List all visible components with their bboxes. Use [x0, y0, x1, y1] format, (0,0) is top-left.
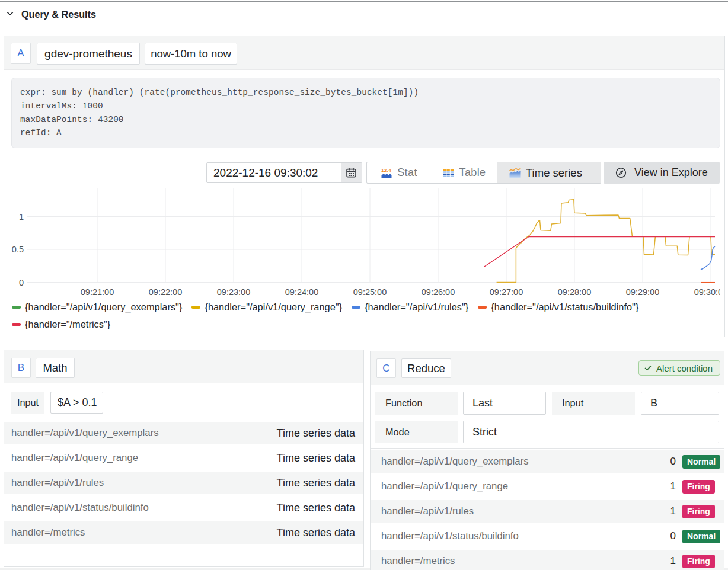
- svg-text:09:24:00: 09:24:00: [285, 287, 318, 297]
- svg-text:09:30:00: 09:30:00: [694, 287, 720, 297]
- svg-text:0: 0: [19, 278, 24, 287]
- svg-text:09:21:00: 09:21:00: [81, 287, 114, 297]
- svg-text:0.5: 0.5: [12, 245, 24, 254]
- svg-text:12.4: 12.4: [381, 168, 391, 173]
- svg-text:09:29:00: 09:29:00: [626, 287, 659, 297]
- svg-text:09:28:00: 09:28:00: [558, 287, 591, 297]
- svg-text:09:25:00: 09:25:00: [353, 287, 387, 297]
- svg-text:09:26:00: 09:26:00: [422, 287, 455, 297]
- svg-text:09:23:00: 09:23:00: [217, 287, 250, 297]
- svg-text:09:22:00: 09:22:00: [149, 287, 182, 297]
- svg-text:1: 1: [19, 212, 24, 222]
- svg-text:09:27:00: 09:27:00: [490, 287, 523, 297]
